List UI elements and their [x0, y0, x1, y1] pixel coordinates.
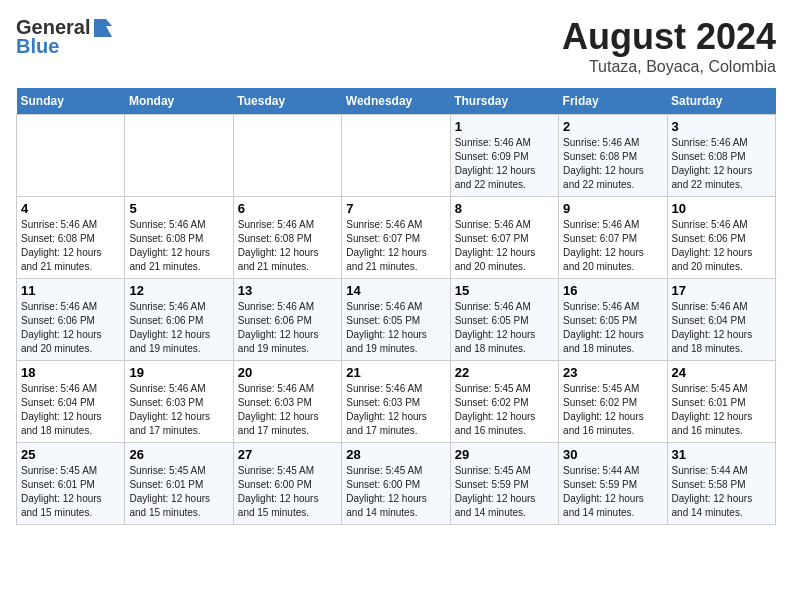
calendar-cell-w0-d4: 1Sunrise: 5:46 AM Sunset: 6:09 PM Daylig… — [450, 115, 558, 197]
weekday-header-monday: Monday — [125, 88, 233, 115]
day-info: Sunrise: 5:46 AM Sunset: 6:03 PM Dayligh… — [129, 382, 228, 438]
weekday-header-wednesday: Wednesday — [342, 88, 450, 115]
day-number: 4 — [21, 201, 120, 216]
calendar-cell-w1-d0: 4Sunrise: 5:46 AM Sunset: 6:08 PM Daylig… — [17, 197, 125, 279]
calendar-cell-w0-d5: 2Sunrise: 5:46 AM Sunset: 6:08 PM Daylig… — [559, 115, 667, 197]
day-number: 14 — [346, 283, 445, 298]
calendar-cell-w4-d1: 26Sunrise: 5:45 AM Sunset: 6:01 PM Dayli… — [125, 443, 233, 525]
day-number: 30 — [563, 447, 662, 462]
svg-marker-0 — [94, 19, 112, 37]
day-number: 7 — [346, 201, 445, 216]
day-info: Sunrise: 5:46 AM Sunset: 6:08 PM Dayligh… — [238, 218, 337, 274]
day-number: 17 — [672, 283, 771, 298]
day-info: Sunrise: 5:45 AM Sunset: 6:00 PM Dayligh… — [346, 464, 445, 520]
day-info: Sunrise: 5:45 AM Sunset: 6:02 PM Dayligh… — [455, 382, 554, 438]
calendar-cell-w4-d0: 25Sunrise: 5:45 AM Sunset: 6:01 PM Dayli… — [17, 443, 125, 525]
day-info: Sunrise: 5:45 AM Sunset: 6:01 PM Dayligh… — [129, 464, 228, 520]
day-number: 12 — [129, 283, 228, 298]
page-title: August 2024 — [562, 16, 776, 58]
calendar-cell-w4-d3: 28Sunrise: 5:45 AM Sunset: 6:00 PM Dayli… — [342, 443, 450, 525]
day-info: Sunrise: 5:46 AM Sunset: 6:06 PM Dayligh… — [238, 300, 337, 356]
day-info: Sunrise: 5:46 AM Sunset: 6:09 PM Dayligh… — [455, 136, 554, 192]
calendar-cell-w2-d3: 14Sunrise: 5:46 AM Sunset: 6:05 PM Dayli… — [342, 279, 450, 361]
day-info: Sunrise: 5:44 AM Sunset: 5:58 PM Dayligh… — [672, 464, 771, 520]
calendar-cell-w2-d4: 15Sunrise: 5:46 AM Sunset: 6:05 PM Dayli… — [450, 279, 558, 361]
day-info: Sunrise: 5:45 AM Sunset: 6:01 PM Dayligh… — [672, 382, 771, 438]
calendar-cell-w0-d0 — [17, 115, 125, 197]
day-number: 8 — [455, 201, 554, 216]
day-number: 9 — [563, 201, 662, 216]
calendar-cell-w2-d5: 16Sunrise: 5:46 AM Sunset: 6:05 PM Dayli… — [559, 279, 667, 361]
day-info: Sunrise: 5:44 AM Sunset: 5:59 PM Dayligh… — [563, 464, 662, 520]
day-number: 16 — [563, 283, 662, 298]
day-number: 19 — [129, 365, 228, 380]
day-info: Sunrise: 5:45 AM Sunset: 5:59 PM Dayligh… — [455, 464, 554, 520]
day-number: 31 — [672, 447, 771, 462]
day-info: Sunrise: 5:46 AM Sunset: 6:05 PM Dayligh… — [563, 300, 662, 356]
day-info: Sunrise: 5:46 AM Sunset: 6:07 PM Dayligh… — [346, 218, 445, 274]
calendar-cell-w1-d2: 6Sunrise: 5:46 AM Sunset: 6:08 PM Daylig… — [233, 197, 341, 279]
logo: General Blue — [16, 16, 114, 58]
day-info: Sunrise: 5:46 AM Sunset: 6:08 PM Dayligh… — [21, 218, 120, 274]
day-info: Sunrise: 5:46 AM Sunset: 6:08 PM Dayligh… — [672, 136, 771, 192]
weekday-header-tuesday: Tuesday — [233, 88, 341, 115]
calendar-cell-w1-d4: 8Sunrise: 5:46 AM Sunset: 6:07 PM Daylig… — [450, 197, 558, 279]
calendar-table: SundayMondayTuesdayWednesdayThursdayFrid… — [16, 88, 776, 525]
calendar-cell-w4-d5: 30Sunrise: 5:44 AM Sunset: 5:59 PM Dayli… — [559, 443, 667, 525]
calendar-cell-w3-d1: 19Sunrise: 5:46 AM Sunset: 6:03 PM Dayli… — [125, 361, 233, 443]
day-number: 10 — [672, 201, 771, 216]
calendar-cell-w0-d1 — [125, 115, 233, 197]
day-info: Sunrise: 5:46 AM Sunset: 6:06 PM Dayligh… — [129, 300, 228, 356]
logo-blue-text: Blue — [16, 35, 59, 58]
day-number: 3 — [672, 119, 771, 134]
calendar-cell-w2-d0: 11Sunrise: 5:46 AM Sunset: 6:06 PM Dayli… — [17, 279, 125, 361]
calendar-cell-w1-d5: 9Sunrise: 5:46 AM Sunset: 6:07 PM Daylig… — [559, 197, 667, 279]
title-area: August 2024 Tutaza, Boyaca, Colombia — [562, 16, 776, 76]
day-info: Sunrise: 5:46 AM Sunset: 6:03 PM Dayligh… — [346, 382, 445, 438]
calendar-cell-w0-d6: 3Sunrise: 5:46 AM Sunset: 6:08 PM Daylig… — [667, 115, 775, 197]
header: General Blue August 2024 Tutaza, Boyaca,… — [16, 16, 776, 76]
calendar-cell-w3-d0: 18Sunrise: 5:46 AM Sunset: 6:04 PM Dayli… — [17, 361, 125, 443]
calendar-cell-w2-d6: 17Sunrise: 5:46 AM Sunset: 6:04 PM Dayli… — [667, 279, 775, 361]
day-number: 22 — [455, 365, 554, 380]
day-number: 5 — [129, 201, 228, 216]
day-number: 6 — [238, 201, 337, 216]
page-subtitle: Tutaza, Boyaca, Colombia — [562, 58, 776, 76]
day-info: Sunrise: 5:46 AM Sunset: 6:07 PM Dayligh… — [563, 218, 662, 274]
calendar-cell-w3-d2: 20Sunrise: 5:46 AM Sunset: 6:03 PM Dayli… — [233, 361, 341, 443]
day-info: Sunrise: 5:45 AM Sunset: 6:01 PM Dayligh… — [21, 464, 120, 520]
calendar-cell-w3-d6: 24Sunrise: 5:45 AM Sunset: 6:01 PM Dayli… — [667, 361, 775, 443]
day-number: 24 — [672, 365, 771, 380]
day-number: 21 — [346, 365, 445, 380]
day-info: Sunrise: 5:46 AM Sunset: 6:03 PM Dayligh… — [238, 382, 337, 438]
day-info: Sunrise: 5:46 AM Sunset: 6:04 PM Dayligh… — [672, 300, 771, 356]
day-number: 23 — [563, 365, 662, 380]
weekday-header-friday: Friday — [559, 88, 667, 115]
day-number: 18 — [21, 365, 120, 380]
day-info: Sunrise: 5:46 AM Sunset: 6:08 PM Dayligh… — [563, 136, 662, 192]
calendar-cell-w1-d1: 5Sunrise: 5:46 AM Sunset: 6:08 PM Daylig… — [125, 197, 233, 279]
weekday-header-saturday: Saturday — [667, 88, 775, 115]
day-number: 28 — [346, 447, 445, 462]
calendar-cell-w3-d4: 22Sunrise: 5:45 AM Sunset: 6:02 PM Dayli… — [450, 361, 558, 443]
calendar-cell-w2-d2: 13Sunrise: 5:46 AM Sunset: 6:06 PM Dayli… — [233, 279, 341, 361]
day-info: Sunrise: 5:46 AM Sunset: 6:04 PM Dayligh… — [21, 382, 120, 438]
day-info: Sunrise: 5:46 AM Sunset: 6:07 PM Dayligh… — [455, 218, 554, 274]
day-info: Sunrise: 5:45 AM Sunset: 6:00 PM Dayligh… — [238, 464, 337, 520]
calendar-cell-w0-d2 — [233, 115, 341, 197]
day-info: Sunrise: 5:46 AM Sunset: 6:06 PM Dayligh… — [21, 300, 120, 356]
calendar-cell-w2-d1: 12Sunrise: 5:46 AM Sunset: 6:06 PM Dayli… — [125, 279, 233, 361]
day-number: 29 — [455, 447, 554, 462]
calendar-cell-w4-d6: 31Sunrise: 5:44 AM Sunset: 5:58 PM Dayli… — [667, 443, 775, 525]
day-info: Sunrise: 5:46 AM Sunset: 6:05 PM Dayligh… — [346, 300, 445, 356]
day-number: 27 — [238, 447, 337, 462]
day-number: 20 — [238, 365, 337, 380]
day-number: 1 — [455, 119, 554, 134]
day-info: Sunrise: 5:45 AM Sunset: 6:02 PM Dayligh… — [563, 382, 662, 438]
weekday-header-thursday: Thursday — [450, 88, 558, 115]
logo-icon — [92, 17, 114, 39]
day-number: 11 — [21, 283, 120, 298]
weekday-header-sunday: Sunday — [17, 88, 125, 115]
day-info: Sunrise: 5:46 AM Sunset: 6:08 PM Dayligh… — [129, 218, 228, 274]
calendar-cell-w1-d6: 10Sunrise: 5:46 AM Sunset: 6:06 PM Dayli… — [667, 197, 775, 279]
